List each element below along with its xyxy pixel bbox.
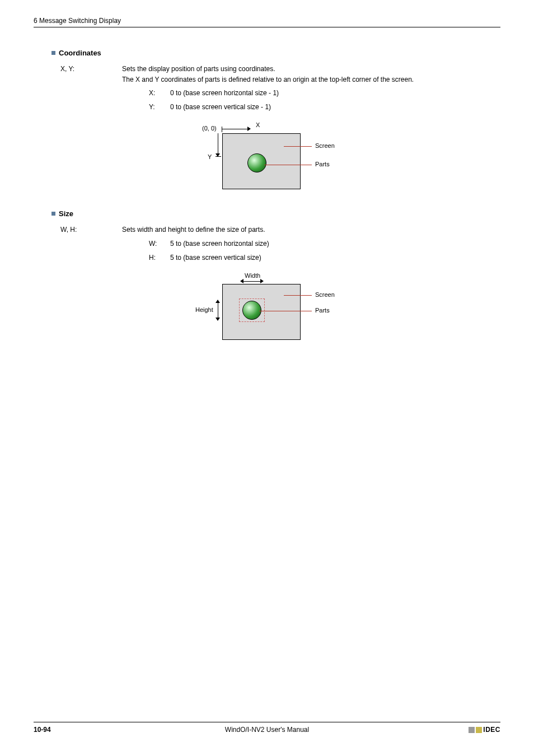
sub-x: X: 0 to (base screen horizontal size - 1… [149,88,500,99]
diagram2-height-label: Height [195,306,213,313]
logo-box-icon [476,727,482,733]
section-title-coordinates: Coordinates [59,49,101,57]
diagram1-x-label: X [256,122,260,128]
xy-line1: Sets the display position of parts using… [122,64,500,74]
diagram1-y-label: Y [208,153,212,160]
term-wh: W, H: [60,225,122,263]
section-head-coordinates: Coordinates [51,49,500,57]
page-header: 6 Message Switching Display [34,17,500,27]
sub-y: Y: 0 to (base screen vertical size - 1) [149,102,500,113]
page-number: 10-94 [34,726,51,734]
xy-line2: The X and Y coordinates of parts is defi… [122,74,500,85]
sub-w-text: 5 to (base screen horizontal size) [170,239,269,249]
diagram2-parts-label: Parts [315,307,330,314]
term-xy: X, Y: [60,64,122,112]
diagram2-screen-label: Screen [315,291,335,298]
diagram-size: Width Height Screen Parts [34,272,500,344]
section-title-size: Size [59,209,73,218]
definition-xy: X, Y: Sets the display position of parts… [60,64,500,112]
brand-logo: IDEC [469,726,500,734]
sub-x-text: 0 to (base screen horizontal size - 1) [170,88,279,99]
diagram1-parts-label: Parts [315,161,330,167]
sub-y-text: 0 to (base screen vertical size - 1) [170,102,271,113]
diagram1-origin-label: (0, 0) [202,125,217,132]
section-head-size: Size [51,209,500,218]
sub-h-text: 5 to (base screen vertical size) [170,253,261,263]
sub-w: W: 5 to (base screen horizontal size) [149,239,500,249]
diagram2-part-icon [242,301,261,320]
brand-text: IDEC [483,726,500,734]
sub-w-label: W: [149,239,170,249]
sub-x-label: X: [149,88,170,99]
diagram-coordinates: X (0, 0) Y Screen Parts [34,121,500,194]
header-chapter: 6 Message Switching Display [34,17,121,25]
sub-y-label: Y: [149,102,170,113]
page-footer: 10-94 WindO/I-NV2 User's Manual IDEC [34,722,500,734]
diagram1-screen-label: Screen [315,142,335,149]
sub-h-label: H: [149,253,170,263]
diagram2-width-label: Width [245,272,260,279]
logo-box-icon [469,727,475,733]
bullet-icon [51,51,55,55]
wh-line1: Sets width and height to define the size… [122,225,500,235]
definition-wh: W, H: Sets width and height to define th… [60,225,500,263]
sub-h: H: 5 to (base screen vertical size) [149,253,500,263]
manual-title: WindO/I-NV2 User's Manual [34,726,500,734]
bullet-icon [51,212,55,216]
